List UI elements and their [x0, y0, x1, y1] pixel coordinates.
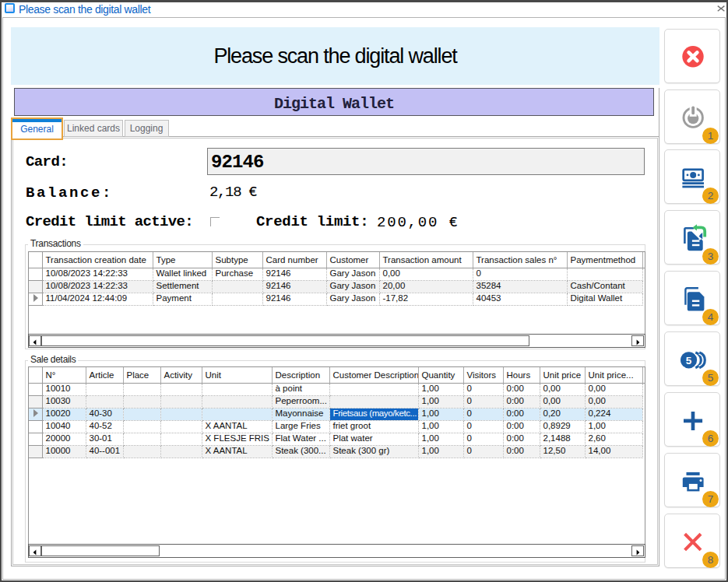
svg-text:5: 5 — [686, 355, 692, 366]
